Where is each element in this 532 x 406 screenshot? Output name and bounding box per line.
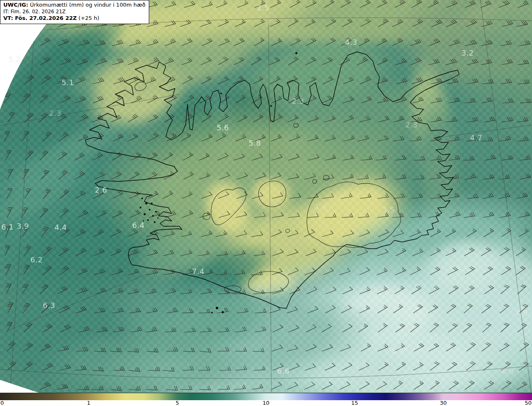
precip-value-label: 2.6 bbox=[95, 186, 107, 194]
precip-value-label: 5.7 bbox=[392, 347, 404, 355]
glacier-outline bbox=[211, 188, 246, 225]
island-dot bbox=[141, 198, 143, 199]
info-box: UWC/IG: Úrkomumætti (mm) og vindur i 100… bbox=[0, 0, 149, 24]
graticule-line bbox=[0, 94, 180, 126]
precip-value-label: 2.3 bbox=[256, 284, 268, 293]
island-dot bbox=[216, 307, 218, 309]
island-dot bbox=[220, 93, 222, 94]
colorbar-tick-label: 50 bbox=[525, 400, 532, 406]
colorbar-tick-label: 0 bbox=[0, 400, 4, 406]
precip-value-label: 1.4 bbox=[315, 202, 327, 211]
island-dot bbox=[154, 221, 155, 223]
precip-value-label: 4.3 bbox=[345, 38, 357, 46]
graticule-line bbox=[9, 274, 146, 330]
island-dot bbox=[211, 312, 213, 313]
precip-value-label: 5.8 bbox=[249, 139, 261, 147]
colorbar-ticks: 01510153050 bbox=[0, 400, 532, 406]
map-title-text: Úrkomumætti (mm) og vindur i 100m hæð bbox=[28, 2, 145, 8]
colorbar-tick-label: 5 bbox=[175, 400, 179, 406]
glacier-outline bbox=[259, 181, 286, 207]
valid-time: VT: Fös. 27.02.2026 22Z (+25 h) bbox=[3, 15, 145, 22]
graticule-line bbox=[268, 23, 271, 392]
glacier-outline bbox=[286, 229, 290, 232]
map-title-prefix: UWC/IG: bbox=[3, 2, 28, 8]
precip-colorbar bbox=[0, 393, 532, 400]
precip-value-label: 2.3 bbox=[49, 109, 62, 117]
graticule-line bbox=[10, 23, 35, 392]
glacier-outline bbox=[133, 81, 147, 92]
island-dot bbox=[140, 207, 141, 208]
wind-barbs bbox=[4, 0, 532, 391]
valid-time-offset: (+25 h) bbox=[77, 15, 99, 21]
precip-value-label: 2.5 bbox=[257, 3, 269, 12]
init-time: IT: Fim. 26. 02. 2026 21Z bbox=[3, 9, 145, 15]
precip-value-label: 2.3 bbox=[405, 120, 418, 129]
precip-value-label: 4.7 bbox=[470, 133, 483, 142]
island-dot bbox=[296, 52, 298, 54]
domain-edge-mask bbox=[0, 380, 88, 393]
glacier-outline bbox=[307, 182, 401, 247]
precip-value-label: 5.6 bbox=[217, 123, 229, 132]
colorbar-tick-label: 10 bbox=[263, 400, 270, 406]
precip-value-label: 3.2 bbox=[461, 49, 474, 57]
colorbar-tick-label: 1 bbox=[87, 400, 90, 406]
precip-value-label: 7.4 bbox=[192, 267, 204, 276]
island-dot bbox=[149, 209, 150, 210]
precip-value-label: 9.0 bbox=[515, 308, 528, 317]
island-dot bbox=[147, 219, 149, 221]
island-dot bbox=[158, 218, 159, 219]
map-overlay bbox=[0, 0, 532, 393]
precip-value-label: 2.3 bbox=[292, 97, 304, 105]
precip-value-label: 4.4 bbox=[54, 223, 67, 232]
precip-value-label: 9.8 bbox=[355, 360, 367, 369]
map-title: UWC/IG: Úrkomumætti (mm) og vindur i 100… bbox=[3, 2, 145, 9]
precip-value-label: 3.5 bbox=[382, 205, 395, 214]
island-dot bbox=[151, 203, 153, 204]
glacier-outline bbox=[323, 175, 329, 180]
island-dot bbox=[270, 105, 272, 107]
colorbar-tick-label: 30 bbox=[440, 400, 447, 406]
valid-time-main: VT: Fös. 27.02.2026 22Z bbox=[3, 15, 77, 21]
glacier-outline bbox=[224, 286, 241, 293]
precip-value-label: 6.4 bbox=[132, 221, 145, 230]
precip-value-label: 6.9 bbox=[502, 367, 514, 375]
island-dot bbox=[145, 203, 148, 205]
precip-value-label: 6.6 bbox=[277, 367, 290, 375]
island-dot bbox=[222, 311, 224, 313]
graticule-line bbox=[446, 125, 532, 137]
glacier-outline bbox=[313, 179, 317, 183]
colorbar-tick-label: 15 bbox=[351, 400, 358, 406]
precip-value-label: 8.5 bbox=[414, 281, 427, 290]
island-dot bbox=[152, 215, 154, 217]
precip-value-label: 5.2 bbox=[8, 55, 21, 64]
precip-value-label: 3.9 bbox=[17, 222, 29, 230]
precip-value-label: 6.3 bbox=[43, 301, 55, 310]
precip-value-label: 6.2 bbox=[30, 255, 43, 264]
precip-value-label: 10.3 bbox=[429, 333, 446, 342]
precip-value-label: 5.1 bbox=[62, 78, 74, 87]
island-dot bbox=[155, 211, 157, 213]
weather-map: 2.54.33.25.25.12.32.32.34.75.65.82.66.13… bbox=[0, 0, 532, 406]
island-dot bbox=[144, 213, 146, 215]
graticule-line bbox=[0, 366, 532, 379]
precip-value-label: 6.1 bbox=[1, 223, 14, 231]
glacier-outline bbox=[293, 123, 298, 127]
